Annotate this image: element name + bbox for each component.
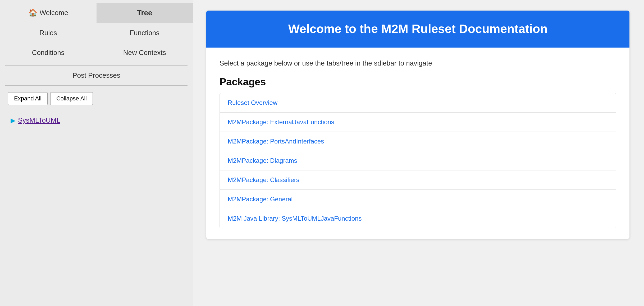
packages-list: Ruleset OverviewM2MPackage: ExternalJava… (220, 93, 616, 228)
package-item: M2MPackage: Classifiers (220, 170, 616, 190)
nav-post-processes-label: Post Processes (72, 71, 120, 80)
package-link-5[interactable]: M2MPackage: General (228, 196, 293, 203)
tree-expand-icon[interactable]: ▶ (11, 117, 15, 124)
nav-rules-label: Rules (39, 29, 57, 37)
package-link-4[interactable]: M2MPackage: Classifiers (228, 176, 299, 183)
nav-item-rules[interactable]: Rules (0, 23, 97, 43)
welcome-title: Welcome to the M2M Ruleset Documentation (222, 21, 614, 37)
welcome-description: Select a package below or use the tabs/t… (220, 58, 616, 68)
package-item: M2MPackage: General (220, 190, 616, 209)
packages-heading: Packages (220, 76, 616, 88)
nav-functions-label: Functions (130, 29, 159, 37)
nav-item-new-contexts[interactable]: New Contexts (97, 43, 193, 63)
home-icon: 🏠 (28, 8, 38, 17)
nav-divider-2 (5, 85, 188, 86)
welcome-header: Welcome to the M2M Ruleset Documentation (206, 11, 629, 48)
nav-new-contexts-label: New Contexts (123, 49, 166, 57)
package-link-6[interactable]: M2M Java Library: SysMLToUMLJavaFunction… (228, 215, 362, 222)
collapse-all-button[interactable]: Collapse All (50, 92, 93, 105)
tree-node-link-sysml[interactable]: SysMLToUML (18, 116, 60, 124)
package-item: M2MPackage: ExternalJavaFunctions (220, 113, 616, 132)
nav-grid: 🏠 Welcome Tree Rules Functions Condition… (0, 0, 193, 65)
package-link-3[interactable]: M2MPackage: Diagrams (228, 157, 297, 164)
package-item: M2MPackage: PortsAndInterfaces (220, 132, 616, 151)
nav-welcome-label: Welcome (40, 9, 68, 17)
tree-node-sysml: ▶ SysMLToUML (11, 114, 182, 127)
nav-conditions-label: Conditions (32, 49, 65, 57)
welcome-body: Select a package below or use the tabs/t… (206, 48, 629, 239)
nav-item-functions[interactable]: Functions (97, 23, 193, 43)
package-item: M2M Java Library: SysMLToUMLJavaFunction… (220, 209, 616, 228)
nav-tree-label: Tree (137, 9, 152, 17)
tree-content: ▶ SysMLToUML (0, 110, 193, 131)
package-link-1[interactable]: M2MPackage: ExternalJavaFunctions (228, 118, 334, 126)
sidebar: 🏠 Welcome Tree Rules Functions Condition… (0, 0, 193, 306)
package-link-2[interactable]: M2MPackage: PortsAndInterfaces (228, 138, 324, 145)
main-content: Welcome to the M2M Ruleset Documentation… (193, 0, 644, 306)
nav-item-tree[interactable]: Tree (97, 3, 193, 23)
nav-item-welcome[interactable]: 🏠 Welcome (0, 3, 97, 23)
tree-controls: Expand All Collapse All (0, 87, 193, 110)
welcome-card: Welcome to the M2M Ruleset Documentation… (206, 11, 629, 239)
package-link-0[interactable]: Ruleset Overview (228, 99, 277, 106)
package-item: Ruleset Overview (220, 93, 616, 113)
package-item: M2MPackage: Diagrams (220, 151, 616, 170)
nav-item-post-processes[interactable]: Post Processes (0, 66, 193, 85)
expand-all-button[interactable]: Expand All (8, 92, 48, 105)
nav-item-conditions[interactable]: Conditions (0, 43, 97, 63)
